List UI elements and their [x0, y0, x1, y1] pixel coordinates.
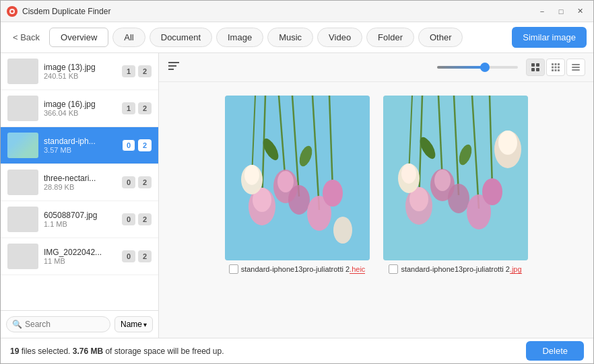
- minimize-button[interactable]: −: [534, 5, 550, 18]
- svg-point-33: [288, 185, 310, 215]
- item-info: image (16).jpg 366.04 KB: [44, 100, 117, 117]
- view-list-button[interactable]: [566, 59, 585, 76]
- svg-rect-15: [558, 67, 560, 69]
- top-nav: < Back Overview All Document Image Music…: [1, 22, 593, 53]
- image-card: standard-iphone13pro-juliatrotti 2.heic: [225, 96, 370, 274]
- sort-lines-icon[interactable]: [167, 61, 180, 74]
- item-info: 605088707.jpg 1.1 MB: [44, 211, 117, 228]
- tab-music[interactable]: Music: [267, 28, 313, 47]
- tab-other[interactable]: Other: [418, 28, 463, 47]
- svg-point-52: [448, 184, 469, 213]
- item-info: IMG_2022042... 11 MB: [44, 248, 117, 265]
- item-filesize: 366.04 KB: [44, 109, 117, 117]
- zoom-slider-container: [437, 66, 518, 69]
- files-selected-count: 19: [10, 347, 19, 356]
- sidebar-bottom: 🔍 Name ▾: [1, 310, 158, 338]
- badge-count1: 1: [122, 65, 135, 77]
- list-item[interactable]: three-nectari... 28.89 KB 0 2: [1, 164, 158, 201]
- badge-count2: 2: [138, 65, 152, 77]
- tab-document[interactable]: Document: [150, 28, 212, 47]
- tab-all[interactable]: All: [112, 28, 145, 47]
- item-info: standard-iph... 3.57 MB: [44, 137, 117, 154]
- sidebar-list: image (13).jpg 240.51 KB 1 2 image (16).…: [1, 53, 158, 310]
- svg-point-37: [244, 165, 259, 185]
- image-label: standard-iphone13pro-juliatrotti 2.heic: [229, 264, 366, 274]
- svg-rect-9: [536, 68, 539, 71]
- svg-rect-18: [558, 69, 560, 71]
- thumbnail: [7, 133, 38, 158]
- svg-point-2: [11, 10, 13, 13]
- delete-button[interactable]: Delete: [526, 341, 584, 361]
- badge-count1: 0: [122, 213, 135, 225]
- image-card: standard-iphone13pro-juliatrotti 2.jpg: [383, 96, 528, 274]
- badge-count1: 1: [122, 102, 135, 114]
- maximize-button[interactable]: □: [553, 5, 569, 18]
- thumbnail: [7, 96, 38, 121]
- svg-rect-11: [555, 63, 557, 65]
- item-filename: image (16).jpg: [44, 100, 117, 109]
- item-badges: 0 2: [122, 250, 152, 262]
- image-label: standard-iphone13pro-juliatrotti 2.jpg: [389, 264, 521, 274]
- close-button[interactable]: ✕: [572, 5, 588, 18]
- list-item[interactable]: 605088707.jpg 1.1 MB 0 2: [1, 201, 158, 238]
- svg-point-56: [401, 163, 416, 184]
- item-filename: three-nectari...: [44, 174, 117, 183]
- zoom-slider[interactable]: [437, 66, 518, 69]
- view-toggle-buttons: [526, 59, 585, 76]
- badge-count1: 0: [122, 250, 135, 262]
- svg-point-54: [482, 178, 502, 205]
- flower-image-jpg: [383, 96, 528, 260]
- svg-point-35: [323, 180, 343, 207]
- item-filename: IMG_2022042...: [44, 248, 117, 257]
- view-medium-grid-button[interactable]: [546, 59, 565, 76]
- badge-count2: 2: [138, 139, 152, 151]
- similar-image-button[interactable]: Similar image: [512, 27, 587, 48]
- app-icon: [6, 5, 18, 17]
- item-filename: 605088707.jpg: [44, 211, 117, 220]
- item-info: image (13).jpg 240.51 KB: [44, 63, 117, 80]
- titlebar: Cisdem Duplicate Finder − □ ✕: [1, 1, 593, 22]
- item-badges: 0 2: [122, 176, 152, 188]
- list-item[interactable]: image (16).jpg 366.04 KB 1 2: [1, 90, 158, 127]
- back-button[interactable]: < Back: [7, 30, 45, 45]
- thumbnail: [7, 207, 38, 232]
- image-filename: standard-iphone13pro-juliatrotti 2.heic: [241, 265, 366, 273]
- badge-count2: 2: [138, 213, 152, 225]
- item-filename: image (13).jpg: [44, 63, 117, 72]
- list-item[interactable]: standard-iph... 3.57 MB 0 2: [1, 127, 158, 164]
- badge-count2: 2: [138, 102, 152, 114]
- search-input[interactable]: [25, 320, 104, 329]
- content-toolbar: [159, 53, 593, 82]
- main-area: image (13).jpg 240.51 KB 1 2 image (16).…: [1, 53, 593, 338]
- tab-overview[interactable]: Overview: [49, 28, 108, 47]
- thumbnail: [7, 59, 38, 84]
- item-filesize: 11 MB: [44, 257, 117, 265]
- sidebar: image (13).jpg 240.51 KB 1 2 image (16).…: [1, 53, 159, 338]
- svg-rect-10: [552, 63, 554, 65]
- view-large-grid-button[interactable]: [526, 59, 545, 76]
- tab-folder[interactable]: Folder: [366, 28, 414, 47]
- svg-rect-20: [572, 67, 580, 68]
- tab-image[interactable]: Image: [216, 28, 263, 47]
- svg-point-58: [498, 131, 517, 155]
- status-text: 19 files selected. 3.76 MB of storage sp…: [10, 347, 224, 356]
- sort-button[interactable]: Name ▾: [114, 316, 153, 332]
- tab-video[interactable]: Video: [317, 28, 362, 47]
- image-checkbox[interactable]: [389, 264, 398, 274]
- item-badges: 0 2: [122, 139, 152, 151]
- search-box[interactable]: 🔍: [6, 316, 110, 332]
- svg-rect-21: [572, 69, 580, 71]
- list-item[interactable]: IMG_2022042... 11 MB 0 2: [1, 238, 158, 275]
- flower-image-heic: [225, 96, 370, 260]
- list-item[interactable]: image (13).jpg 240.51 KB 1 2: [1, 53, 158, 90]
- svg-rect-13: [552, 67, 554, 69]
- item-filesize: 1.1 MB: [44, 220, 117, 228]
- chevron-down-icon: ▾: [143, 321, 147, 328]
- item-info: three-nectari... 28.89 KB: [44, 174, 117, 191]
- svg-rect-12: [558, 63, 560, 65]
- images-area: standard-iphone13pro-juliatrotti 2.heic: [159, 82, 593, 338]
- item-filesize: 240.51 KB: [44, 72, 117, 80]
- item-badges: 1 2: [122, 102, 152, 114]
- image-checkbox[interactable]: [229, 264, 238, 274]
- content-area: standard-iphone13pro-juliatrotti 2.heic: [159, 53, 593, 338]
